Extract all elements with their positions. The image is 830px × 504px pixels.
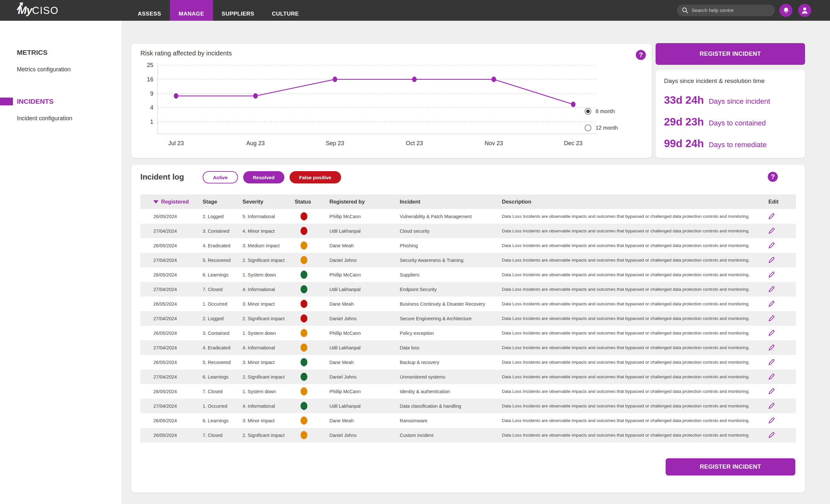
cell-status [289, 241, 329, 249]
table-row: 26/05/20241. Occurred3. Minor impactDane… [140, 297, 796, 311]
help-search[interactable] [677, 4, 775, 16]
status-dot-green [300, 358, 307, 366]
cell-stage: 7. Closed [203, 433, 243, 438]
edit-button[interactable] [766, 300, 796, 308]
register-incident-button-bottom[interactable]: REGISTER INCIDENT [666, 458, 795, 475]
cell-severity: 5. Informational [243, 214, 289, 219]
sidebar-item-incident-configuration[interactable]: Incident configuration [17, 115, 122, 122]
edit-button[interactable] [766, 213, 796, 220]
cell-stage: 6. Learnings [203, 418, 243, 423]
edit-button[interactable] [766, 285, 796, 293]
edit-pencil-icon [768, 213, 775, 220]
nav-item-assess[interactable]: ASSESS [129, 0, 170, 21]
radio-6-month[interactable]: 6 month [584, 108, 618, 115]
column-header-severity[interactable]: Severity [243, 199, 289, 205]
cell-description: Data Loss Incidents are observable impac… [502, 360, 766, 365]
table-row: 26/05/20246. Learnings1. System downPhil… [140, 267, 796, 282]
table-row: 27/04/20246. Learnings2. Significant imp… [140, 369, 796, 384]
cell-stage: 7. Closed [203, 389, 243, 394]
notifications-button[interactable] [779, 4, 792, 17]
status-dot-red [300, 212, 307, 221]
status-dot-red [300, 300, 307, 308]
incident-log-help-icon[interactable]: ? [768, 172, 778, 182]
chart-period-controls: 6 month12 month [584, 108, 618, 131]
nav-item-manage[interactable]: MANAGE [170, 0, 213, 21]
column-header-status[interactable]: Status [289, 199, 329, 205]
cell-severity: 2. Significant impact [243, 316, 289, 321]
search-input[interactable] [692, 7, 770, 13]
edit-button[interactable] [766, 227, 796, 235]
edit-button[interactable] [766, 388, 796, 395]
cell-description: Data Loss Incidents are observable impac… [502, 389, 766, 394]
radio-selected-icon[interactable] [584, 108, 592, 115]
column-header-registered-by[interactable]: Registered by [329, 199, 400, 205]
cell-incident: Custom incident [400, 433, 502, 438]
svg-text:Jul 23: Jul 23 [168, 140, 184, 146]
status-dot-green [300, 402, 307, 410]
stat-label: Days since incident [709, 97, 770, 106]
cell-registered-by: Daniel Johns [329, 374, 400, 379]
nav-item-suppliers[interactable]: SUPPLIERS [213, 0, 263, 21]
logo-arrow-icon [14, 2, 24, 11]
edit-button[interactable] [766, 402, 796, 410]
column-header-stage[interactable]: Stage [203, 199, 243, 205]
radio-12-month[interactable]: 12 month [584, 125, 618, 131]
cell-registered: 26/05/2024 [140, 331, 203, 336]
status-dot-amber [300, 431, 307, 439]
edit-button[interactable] [766, 315, 796, 322]
cell-status [289, 212, 329, 221]
edit-button[interactable] [766, 271, 796, 278]
cell-severity: 1. System down [243, 389, 289, 394]
cell-registered: 26/05/2024 [140, 418, 203, 423]
status-dot-green [300, 285, 307, 293]
user-avatar[interactable] [798, 4, 811, 17]
cell-stage: 1. Occurred [203, 301, 243, 307]
edit-button[interactable] [766, 329, 796, 337]
incident-table-rows: 26/05/20242. Logged5. InformationalPhill… [140, 209, 796, 442]
myciso-logo[interactable]: MyCISO [18, 4, 59, 16]
edit-button[interactable] [766, 431, 796, 439]
chart-help-icon[interactable]: ? [636, 50, 646, 60]
cell-status [289, 416, 329, 425]
edit-pencil-icon [768, 417, 775, 424]
radio-label: 6 month [596, 108, 615, 114]
edit-button[interactable] [766, 417, 796, 424]
cell-stage: 2. Logged [203, 316, 243, 321]
cell-registered-by: Dane Meah [329, 360, 400, 365]
column-header-description[interactable]: Description [502, 199, 766, 205]
edit-button[interactable] [766, 359, 796, 366]
sidebar-title-incidents[interactable]: INCIDENTS [17, 98, 122, 105]
sidebar-item-metrics-configuration[interactable]: Metrics configuration [17, 66, 122, 73]
nav-item-culture[interactable]: CULTURE [263, 0, 307, 21]
column-header-registered[interactable]: Registered [140, 199, 203, 205]
cell-incident: Ransomware [400, 418, 502, 423]
edit-button[interactable] [766, 242, 796, 249]
register-incident-button-top[interactable]: REGISTER INCIDENT [656, 43, 805, 65]
table-row: 27/04/20245. Recovered2. Significant imp… [140, 253, 796, 267]
status-dot-red [300, 227, 307, 235]
stat-value: 99d 24h [664, 137, 704, 150]
cell-status [289, 329, 329, 337]
cell-registered-by: Udil Lakhanpal [329, 404, 400, 409]
cell-incident: Business Continuity & Disaster Recovery [400, 301, 502, 307]
cell-registered: 26/05/2024 [140, 243, 203, 248]
column-header-incident[interactable]: Incident [400, 199, 502, 205]
filter-active[interactable]: Active [203, 171, 238, 183]
sidebar-section-metrics: METRICSMetrics configuration [0, 21, 122, 73]
incident-table-header: RegisteredStageSeverityStatusRegistered … [140, 195, 796, 209]
cell-severity: 4. Informational [243, 345, 289, 350]
edit-button[interactable] [766, 344, 796, 351]
column-header-edit[interactable]: Edit [766, 199, 796, 205]
edit-pencil-icon [768, 256, 775, 264]
radio-unselected-icon[interactable] [584, 125, 592, 131]
filter-false-positive[interactable]: False positive [290, 171, 341, 183]
cell-description: Data Loss Incidents are observable impac… [502, 229, 766, 233]
cell-status [289, 358, 329, 366]
cell-status [289, 300, 329, 308]
filter-resolved[interactable]: Resolved [243, 171, 284, 183]
cell-incident: Policy exception [400, 331, 502, 336]
sidebar-title-metrics[interactable]: METRICS [17, 48, 122, 57]
cell-registered: 26/05/2024 [140, 301, 203, 307]
edit-button[interactable] [766, 373, 796, 380]
edit-button[interactable] [766, 256, 796, 264]
